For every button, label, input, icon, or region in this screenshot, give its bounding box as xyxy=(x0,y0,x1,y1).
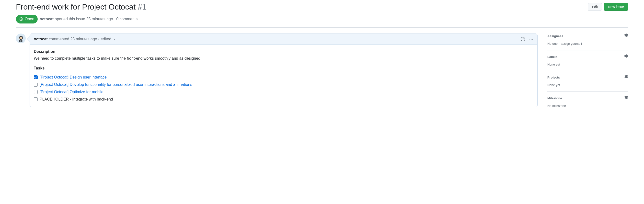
avatar[interactable] xyxy=(16,34,26,43)
task-checkbox[interactable] xyxy=(34,75,38,79)
svg-point-6 xyxy=(20,38,20,38)
gear-icon xyxy=(624,54,628,58)
sidebar-assignees: Assignees No one—assign yourself xyxy=(547,34,628,50)
task-item: [Project Octocat] Optimize for mobile xyxy=(34,88,534,96)
task-link[interactable]: [Project Octocat] Design user interface xyxy=(40,74,107,80)
assignees-value: No one—assign yourself xyxy=(547,41,628,46)
assign-yourself-link[interactable]: assign yourself xyxy=(561,42,582,46)
assignees-title: Assignees xyxy=(547,34,563,39)
milestone-title: Milestone xyxy=(547,96,562,101)
issue-number: #1 xyxy=(138,2,146,11)
svg-point-8 xyxy=(20,38,21,39)
issue-title-block: Front-end work for Project Octocat #1 xyxy=(16,2,146,12)
task-link[interactable]: [Project Octocat] Optimize for mobile xyxy=(40,89,104,95)
labels-title: Labels xyxy=(547,54,558,60)
issue-meta-row: Open octocat opened this issue 25 minute… xyxy=(16,15,628,28)
projects-title: Projects xyxy=(547,75,560,80)
milestone-gear-button[interactable] xyxy=(624,96,628,101)
description-text: We need to complete multiple tasks to ma… xyxy=(34,56,534,62)
description-heading: Description xyxy=(34,49,534,54)
comment-body: Description We need to complete multiple… xyxy=(30,45,537,107)
task-checkbox[interactable] xyxy=(34,83,38,86)
sidebar-projects: Projects None yet xyxy=(547,75,628,92)
svg-point-10 xyxy=(531,39,532,40)
svg-point-7 xyxy=(21,38,22,38)
comment-box: octocat commented 25 minutes ago • edite… xyxy=(30,34,538,107)
state-badge: Open xyxy=(16,15,38,24)
projects-value: None yet xyxy=(547,83,628,88)
comment-author-link[interactable]: octocat xyxy=(34,37,48,41)
octocat-avatar-icon xyxy=(16,34,25,43)
task-item: PLACEHOLDER - Integrate with back-end xyxy=(34,96,534,103)
comment-edited-dropdown[interactable]: edited xyxy=(100,37,115,41)
tasks-heading: Tasks xyxy=(34,65,534,71)
comment-separator: • xyxy=(98,37,100,41)
emoji-reaction-button[interactable] xyxy=(521,37,525,41)
svg-point-9 xyxy=(530,39,530,40)
kebab-menu-button[interactable] xyxy=(529,37,534,41)
issue-meta-text: octocat opened this issue 25 minutes ago… xyxy=(40,16,138,22)
gear-icon xyxy=(624,34,628,38)
task-text: PLACEHOLDER - Integrate with back-end xyxy=(40,96,113,102)
issue-open-icon xyxy=(19,17,23,21)
issue-title: Front-end work for Project Octocat xyxy=(16,2,136,11)
issue-author-link[interactable]: octocat xyxy=(40,17,54,21)
comment-header: octocat commented 25 minutes ago • edite… xyxy=(30,34,537,45)
labels-gear-button[interactable] xyxy=(624,54,628,60)
new-issue-button[interactable]: New issue xyxy=(604,3,628,11)
sidebar-milestone: Milestone No milestone xyxy=(547,96,628,108)
svg-point-3 xyxy=(19,37,22,40)
projects-gear-button[interactable] xyxy=(624,75,628,80)
assignees-gear-button[interactable] xyxy=(624,34,628,39)
task-link[interactable]: [Project Octocat] Develop functionality … xyxy=(40,82,192,88)
task-checkbox[interactable] xyxy=(34,97,38,101)
task-list: [Project Octocat] Design user interface[… xyxy=(34,74,534,103)
labels-value: None yet xyxy=(547,62,628,67)
gear-icon xyxy=(624,96,628,100)
header-actions: Edit New issue xyxy=(588,3,628,11)
task-item: [Project Octocat] Design user interface xyxy=(34,74,534,81)
smiley-icon xyxy=(521,37,525,41)
svg-point-0 xyxy=(21,18,22,20)
task-checkbox[interactable] xyxy=(34,90,38,94)
caret-down-icon xyxy=(113,39,115,40)
issue-opened-text: opened this issue 25 minutes ago · 0 com… xyxy=(55,17,138,21)
svg-point-11 xyxy=(532,39,533,40)
state-label: Open xyxy=(25,16,34,22)
edit-button[interactable]: Edit xyxy=(588,3,602,11)
kebab-icon xyxy=(529,37,534,41)
sidebar: Assignees No one—assign yourself Labels … xyxy=(547,34,628,108)
milestone-value: No milestone xyxy=(547,104,628,108)
sidebar-labels: Labels None yet xyxy=(547,54,628,71)
task-item: [Project Octocat] Develop functionality … xyxy=(34,81,534,88)
comment-timestamp: commented 25 minutes ago xyxy=(49,37,97,41)
gear-icon xyxy=(624,75,628,79)
